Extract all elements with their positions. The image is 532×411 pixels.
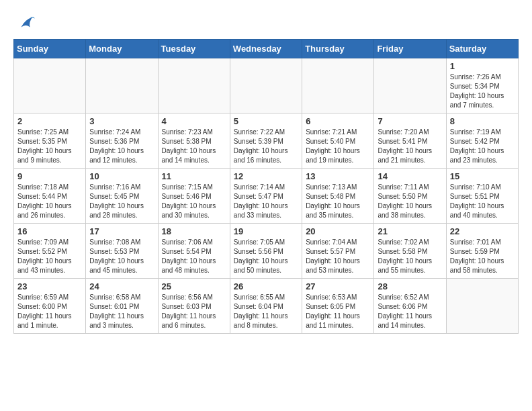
day-info: Sunrise: 7:21 AM Sunset: 5:40 PM Dayligh… bbox=[306, 128, 370, 165]
calendar-day-cell: 4Sunrise: 7:23 AM Sunset: 5:38 PM Daylig… bbox=[158, 113, 230, 169]
day-number: 22 bbox=[450, 226, 515, 236]
logo bbox=[13, 13, 35, 32]
day-number: 26 bbox=[234, 281, 298, 291]
day-number: 4 bbox=[162, 116, 226, 126]
day-number: 21 bbox=[378, 226, 442, 236]
day-info: Sunrise: 7:15 AM Sunset: 5:46 PM Dayligh… bbox=[162, 183, 226, 220]
calendar-week-row: 9Sunrise: 7:18 AM Sunset: 5:44 PM Daylig… bbox=[14, 169, 519, 224]
day-number: 5 bbox=[234, 116, 298, 126]
calendar-day-cell bbox=[446, 279, 518, 334]
day-info: Sunrise: 7:05 AM Sunset: 5:56 PM Dayligh… bbox=[234, 238, 298, 275]
day-info: Sunrise: 7:18 AM Sunset: 5:44 PM Dayligh… bbox=[17, 183, 82, 220]
calendar-day-cell: 1Sunrise: 7:26 AM Sunset: 5:34 PM Daylig… bbox=[446, 58, 518, 113]
calendar-day-cell: 24Sunrise: 6:58 AM Sunset: 6:01 PM Dayli… bbox=[86, 279, 158, 334]
day-number: 17 bbox=[89, 226, 154, 236]
calendar-day-cell: 25Sunrise: 6:56 AM Sunset: 6:03 PM Dayli… bbox=[158, 279, 230, 334]
calendar-day-cell: 6Sunrise: 7:21 AM Sunset: 5:40 PM Daylig… bbox=[302, 113, 374, 169]
day-info: Sunrise: 6:56 AM Sunset: 6:03 PM Dayligh… bbox=[162, 293, 226, 330]
day-number: 2 bbox=[17, 116, 82, 126]
calendar-day-cell: 22Sunrise: 7:01 AM Sunset: 5:59 PM Dayli… bbox=[446, 224, 518, 279]
day-info: Sunrise: 7:16 AM Sunset: 5:45 PM Dayligh… bbox=[89, 183, 154, 220]
calendar-table: SundayMondayTuesdayWednesdayThursdayFrid… bbox=[13, 39, 519, 334]
day-number: 14 bbox=[378, 171, 442, 181]
day-number: 19 bbox=[234, 226, 298, 236]
day-number: 10 bbox=[89, 171, 154, 181]
weekday-header-row: SundayMondayTuesdayWednesdayThursdayFrid… bbox=[14, 40, 519, 58]
weekday-header: Thursday bbox=[302, 40, 374, 58]
calendar-day-cell: 14Sunrise: 7:11 AM Sunset: 5:50 PM Dayli… bbox=[374, 169, 446, 224]
calendar-week-row: 16Sunrise: 7:09 AM Sunset: 5:52 PM Dayli… bbox=[14, 224, 519, 279]
calendar-day-cell: 16Sunrise: 7:09 AM Sunset: 5:52 PM Dayli… bbox=[14, 224, 86, 279]
day-info: Sunrise: 7:06 AM Sunset: 5:54 PM Dayligh… bbox=[162, 238, 226, 275]
day-info: Sunrise: 7:19 AM Sunset: 5:42 PM Dayligh… bbox=[450, 128, 515, 165]
calendar-day-cell: 10Sunrise: 7:16 AM Sunset: 5:45 PM Dayli… bbox=[86, 169, 158, 224]
day-number: 9 bbox=[17, 171, 82, 181]
calendar-day-cell: 15Sunrise: 7:10 AM Sunset: 5:51 PM Dayli… bbox=[446, 169, 518, 224]
weekday-header: Sunday bbox=[14, 40, 86, 58]
calendar-day-cell: 28Sunrise: 6:52 AM Sunset: 6:06 PM Dayli… bbox=[374, 279, 446, 334]
calendar-day-cell: 18Sunrise: 7:06 AM Sunset: 5:54 PM Dayli… bbox=[158, 224, 230, 279]
day-info: Sunrise: 7:14 AM Sunset: 5:47 PM Dayligh… bbox=[234, 183, 298, 220]
logo-bird-icon bbox=[16, 13, 35, 32]
calendar-day-cell: 21Sunrise: 7:02 AM Sunset: 5:58 PM Dayli… bbox=[374, 224, 446, 279]
calendar-day-cell: 13Sunrise: 7:13 AM Sunset: 5:48 PM Dayli… bbox=[302, 169, 374, 224]
day-number: 16 bbox=[17, 226, 82, 236]
day-info: Sunrise: 7:25 AM Sunset: 5:35 PM Dayligh… bbox=[17, 128, 82, 165]
calendar-week-row: 2Sunrise: 7:25 AM Sunset: 5:35 PM Daylig… bbox=[14, 113, 519, 169]
calendar-day-cell: 2Sunrise: 7:25 AM Sunset: 5:35 PM Daylig… bbox=[14, 113, 86, 169]
day-info: Sunrise: 6:52 AM Sunset: 6:06 PM Dayligh… bbox=[378, 293, 442, 330]
calendar-day-cell bbox=[158, 58, 230, 113]
day-number: 7 bbox=[378, 116, 442, 126]
day-number: 24 bbox=[89, 281, 154, 291]
day-info: Sunrise: 6:55 AM Sunset: 6:04 PM Dayligh… bbox=[234, 293, 298, 330]
calendar-day-cell: 20Sunrise: 7:04 AM Sunset: 5:57 PM Dayli… bbox=[302, 224, 374, 279]
day-info: Sunrise: 7:23 AM Sunset: 5:38 PM Dayligh… bbox=[162, 128, 226, 165]
day-number: 12 bbox=[234, 171, 298, 181]
weekday-header: Saturday bbox=[446, 40, 518, 58]
calendar-day-cell bbox=[230, 58, 302, 113]
calendar-day-cell: 3Sunrise: 7:24 AM Sunset: 5:36 PM Daylig… bbox=[86, 113, 158, 169]
day-number: 20 bbox=[306, 226, 370, 236]
day-number: 1 bbox=[450, 61, 515, 71]
calendar-day-cell bbox=[302, 58, 374, 113]
day-info: Sunrise: 6:58 AM Sunset: 6:01 PM Dayligh… bbox=[89, 293, 154, 330]
calendar-day-cell: 26Sunrise: 6:55 AM Sunset: 6:04 PM Dayli… bbox=[230, 279, 302, 334]
day-info: Sunrise: 7:11 AM Sunset: 5:50 PM Dayligh… bbox=[378, 183, 442, 220]
day-info: Sunrise: 6:59 AM Sunset: 6:00 PM Dayligh… bbox=[17, 293, 82, 330]
calendar-day-cell: 9Sunrise: 7:18 AM Sunset: 5:44 PM Daylig… bbox=[14, 169, 86, 224]
day-number: 28 bbox=[378, 281, 442, 291]
calendar-day-cell: 5Sunrise: 7:22 AM Sunset: 5:39 PM Daylig… bbox=[230, 113, 302, 169]
calendar-day-cell: 8Sunrise: 7:19 AM Sunset: 5:42 PM Daylig… bbox=[446, 113, 518, 169]
page-header bbox=[13, 13, 519, 32]
day-info: Sunrise: 7:20 AM Sunset: 5:41 PM Dayligh… bbox=[378, 128, 442, 165]
calendar-week-row: 1Sunrise: 7:26 AM Sunset: 5:34 PM Daylig… bbox=[14, 58, 519, 113]
day-number: 3 bbox=[89, 116, 154, 126]
day-info: Sunrise: 7:10 AM Sunset: 5:51 PM Dayligh… bbox=[450, 183, 515, 220]
calendar-day-cell bbox=[374, 58, 446, 113]
day-info: Sunrise: 7:08 AM Sunset: 5:53 PM Dayligh… bbox=[89, 238, 154, 275]
weekday-header: Wednesday bbox=[230, 40, 302, 58]
calendar-day-cell: 27Sunrise: 6:53 AM Sunset: 6:05 PM Dayli… bbox=[302, 279, 374, 334]
day-info: Sunrise: 7:26 AM Sunset: 5:34 PM Dayligh… bbox=[450, 73, 515, 110]
weekday-header: Monday bbox=[86, 40, 158, 58]
day-number: 27 bbox=[306, 281, 370, 291]
calendar-day-cell: 17Sunrise: 7:08 AM Sunset: 5:53 PM Dayli… bbox=[86, 224, 158, 279]
day-number: 13 bbox=[306, 171, 370, 181]
day-info: Sunrise: 7:02 AM Sunset: 5:58 PM Dayligh… bbox=[378, 238, 442, 275]
day-info: Sunrise: 7:24 AM Sunset: 5:36 PM Dayligh… bbox=[89, 128, 154, 165]
day-info: Sunrise: 7:09 AM Sunset: 5:52 PM Dayligh… bbox=[17, 238, 82, 275]
day-number: 15 bbox=[450, 171, 515, 181]
day-number: 6 bbox=[306, 116, 370, 126]
day-number: 23 bbox=[17, 281, 82, 291]
day-info: Sunrise: 6:53 AM Sunset: 6:05 PM Dayligh… bbox=[306, 293, 370, 330]
day-number: 25 bbox=[162, 281, 226, 291]
day-info: Sunrise: 7:01 AM Sunset: 5:59 PM Dayligh… bbox=[450, 238, 515, 275]
day-info: Sunrise: 7:04 AM Sunset: 5:57 PM Dayligh… bbox=[306, 238, 370, 275]
calendar-day-cell: 23Sunrise: 6:59 AM Sunset: 6:00 PM Dayli… bbox=[14, 279, 86, 334]
weekday-header: Friday bbox=[374, 40, 446, 58]
calendar-day-cell: 7Sunrise: 7:20 AM Sunset: 5:41 PM Daylig… bbox=[374, 113, 446, 169]
day-number: 8 bbox=[450, 116, 515, 126]
weekday-header: Tuesday bbox=[158, 40, 230, 58]
day-number: 11 bbox=[162, 171, 226, 181]
calendar-day-cell bbox=[14, 58, 86, 113]
